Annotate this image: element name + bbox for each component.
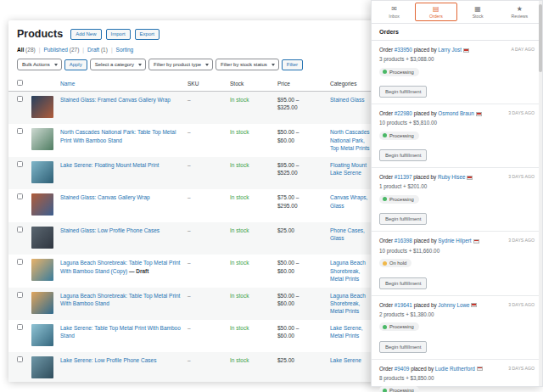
product-name-link[interactable]: Stained Glass: Low Profile Phone Cases [60,227,160,233]
tab-orders[interactable]: ▤Orders [415,3,456,21]
product-name-link[interactable]: Laguna Beach Shorebreak: Table Top Metal… [60,293,180,306]
stock-status: In stock [227,222,275,255]
subnav-item-sorting[interactable]: Sorting [116,47,134,53]
tab-label: Inbox [389,14,400,19]
row-checkbox[interactable] [17,227,23,232]
begin-fulfillment-button[interactable]: Begin fulfillment [379,213,427,225]
product-thumbnail[interactable] [31,259,53,281]
filter-button[interactable]: Filter [282,59,303,70]
product-name-link[interactable]: Stained Glass: Framed Canvas Gallery Wra… [60,97,171,103]
stock-icon: ▦ [474,6,481,13]
row-checkbox[interactable] [17,356,23,362]
product-thumbnail[interactable] [31,161,53,183]
order-status-text: Processing [389,324,414,329]
customer-link[interactable]: Sydnie Hilpert [438,238,471,244]
product-name-link[interactable]: Stained Glass: Canvas Gallery Wrap [60,194,150,200]
product-price: $50.00 –$60.00 [275,124,327,156]
begin-fulfillment-button[interactable]: Begin fulfillment [379,277,427,289]
begin-fulfillment-button[interactable]: Begin fulfillment [379,341,427,353]
begin-fulfillment-button[interactable]: Begin fulfillment [379,86,427,98]
product-name-link[interactable]: Lake Serene: Table Top Metal Print With … [60,325,181,339]
product-sku: – [185,320,227,352]
table-row: North Cascades National Park: Table Top … [8,124,397,156]
product-type-select[interactable]: Filter by product type [148,59,213,70]
product-price: $95.00 –$525.00 [275,157,327,189]
order-status-text: On hold [389,260,406,266]
order-number-link[interactable]: #9409 [395,366,410,372]
table-row: Stained Glass: Canvas Gallery Wrap – In … [8,189,397,221]
begin-fulfillment-button[interactable]: Begin fulfillment [379,149,427,161]
product-price: $75.00 –$295.00 [275,189,327,221]
scrollbar-thumb[interactable] [539,4,542,72]
tab-reviews[interactable]: ★Reviews [499,3,540,21]
status-dot-icon [383,133,387,137]
row-checkbox[interactable] [17,96,23,102]
row-checkbox[interactable] [17,193,23,199]
order-card: Order #9409 placed by Ludie Rutherford 3… [372,360,542,392]
tab-inbox[interactable]: ✉Inbox [373,3,415,21]
product-price: $95.00 –$325.00 [275,92,327,125]
order-status-text: Processing [389,197,414,202]
category-select[interactable]: Select a category [90,59,146,70]
stock-status-select[interactable]: Filter by stock status [216,59,279,70]
product-thumbnail[interactable] [31,324,53,346]
import-button[interactable]: Import [106,29,131,40]
customer-link[interactable]: Larry Jost [438,47,462,53]
customer-link[interactable]: Johnny Lowe [438,302,469,308]
order-number-link[interactable]: #22980 [395,110,412,116]
inbox-icon: ✉ [391,6,397,13]
product-thumbnail[interactable] [31,193,53,216]
product-name-link[interactable]: North Cascades National Park: Table Top … [60,129,176,143]
orders-icon: ▤ [433,6,439,13]
order-timestamp: 3 DAYS AGO [508,173,535,179]
placed-by-text: placed by [414,110,437,116]
bulk-actions-select[interactable]: Bulk Actions [17,59,62,70]
row-checkbox[interactable] [17,292,23,298]
customer-link[interactable]: Osmond Braun [438,110,473,116]
product-sku: – [185,352,227,382]
product-thumbnail[interactable] [31,292,53,314]
subnav-link[interactable]: Published [43,47,68,53]
order-timestamp: 3 DAYS AGO [508,301,535,307]
add-new-button[interactable]: Add New [70,29,101,40]
row-checkbox[interactable] [17,161,23,167]
placed-by-text: placed by [414,47,437,53]
row-checkbox[interactable] [17,128,23,134]
subnav-link[interactable]: Sorting [116,47,134,53]
order-summary: 1 product + $201.00 [379,183,535,189]
row-checkbox[interactable] [17,324,23,330]
export-button[interactable]: Export [135,29,160,40]
product-name-link[interactable]: Lake Serene: Floating Mount Metal Print [60,162,159,168]
customer-link[interactable]: Ludie Rutherford [435,366,475,372]
order-number-link[interactable]: #16398 [395,238,412,244]
customer-link[interactable]: Ruby Hisee [438,174,466,180]
subnav-separator: | [39,47,41,53]
product-sku: – [185,92,227,125]
activity-tabs: ✉Inbox▤Orders▦Stock★Reviews [372,1,542,24]
order-timestamp: A DAY AGO [512,46,535,52]
subnav-item-draft[interactable]: Draft (1) [87,47,108,53]
select-all-checkbox[interactable] [17,80,23,86]
product-thumbnail[interactable] [31,96,53,118]
product-thumbnail[interactable] [31,227,53,249]
subnav-item-published[interactable]: Published (27) [43,47,79,53]
product-name-link[interactable]: Lake Serene: Low Profile Phone Cases [60,357,156,363]
country-flag-icon [467,176,473,180]
tab-stock[interactable]: ▦Stock [457,3,499,21]
order-number-link[interactable]: #19641 [395,302,412,308]
product-sku: – [185,255,227,287]
subnav-link[interactable]: Draft [87,47,99,53]
apply-button[interactable]: Apply [64,59,87,70]
row-checkbox[interactable] [17,259,23,265]
table-row: Lake Serene: Table Top Metal Print With … [8,320,397,352]
order-number-link[interactable]: #33950 [395,47,412,53]
order-number-link[interactable]: #11397 [395,174,412,180]
order-timestamp: 3 DAYS AGO [508,365,535,371]
product-name-link[interactable]: Laguna Beach Shorebreak: Table Top Metal… [60,260,180,273]
column-header-name[interactable]: Name [58,76,185,92]
product-thumbnail[interactable] [31,128,53,150]
status-dot-icon [383,261,387,266]
product-thumbnail[interactable] [31,356,53,378]
subnav-item-all[interactable]: All (28) [17,47,36,53]
scrollbar[interactable] [539,1,542,386]
